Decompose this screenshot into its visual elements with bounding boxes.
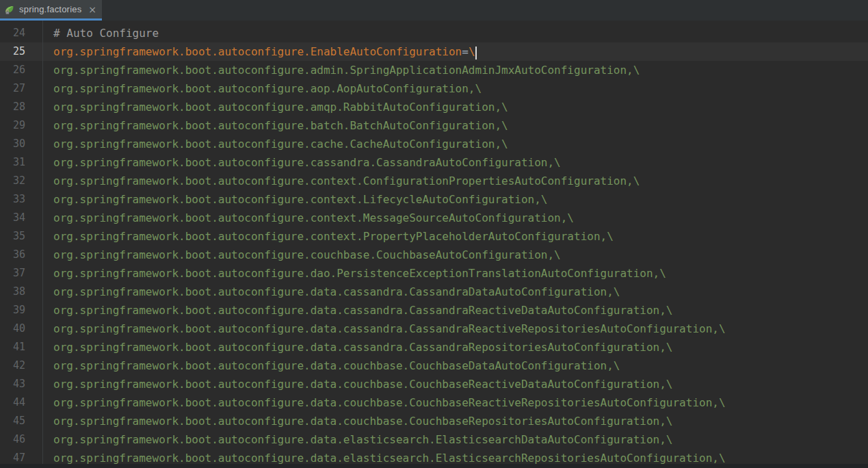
line-number: 39	[0, 301, 42, 320]
code-text: org.springframework.boot.autoconfigure.d…	[42, 301, 672, 320]
close-icon[interactable]: ×	[88, 5, 96, 14]
code-line: 34org.springframework.boot.autoconfigure…	[0, 209, 868, 227]
code-text: org.springframework.boot.autoconfigure.d…	[42, 320, 726, 338]
code-line: 42org.springframework.boot.autoconfigure…	[0, 356, 868, 375]
line-number: 32	[0, 172, 42, 190]
line-number: 46	[0, 430, 42, 449]
line-number: 43	[0, 375, 42, 393]
code-line: 30org.springframework.boot.autoconfigure…	[0, 135, 868, 153]
code-line: 41org.springframework.boot.autoconfigure…	[0, 338, 868, 356]
line-number: 24	[0, 24, 42, 42]
code-text: org.springframework.boot.autoconfigure.d…	[42, 338, 672, 356]
line-number: 38	[0, 283, 42, 301]
code-text: org.springframework.boot.autoconfigure.d…	[42, 264, 666, 283]
code-text: org.springframework.boot.autoconfigure.a…	[42, 61, 640, 79]
code-line: 37org.springframework.boot.autoconfigure…	[0, 264, 868, 283]
line-number: 45	[0, 412, 42, 430]
line-number: 35	[0, 227, 42, 246]
line-number: 28	[0, 98, 42, 116]
code-text: org.springframework.boot.autoconfigure.c…	[42, 135, 508, 153]
line-number: 31	[0, 153, 42, 172]
line-number: 30	[0, 135, 42, 153]
editor-tab-bar: spring.factories ×	[0, 0, 868, 21]
code-line: 38org.springframework.boot.autoconfigure…	[0, 283, 868, 301]
code-line: 45org.springframework.boot.autoconfigure…	[0, 412, 868, 430]
code-text: org.springframework.boot.autoconfigure.c…	[42, 227, 614, 246]
code-text: org.springframework.boot.autoconfigure.d…	[42, 430, 672, 449]
code-text: # Auto Configure	[42, 24, 159, 42]
line-number: 27	[0, 79, 42, 98]
code-text: org.springframework.boot.autoconfigure.c…	[42, 246, 561, 264]
code-line: 40org.springframework.boot.autoconfigure…	[0, 320, 868, 338]
line-number: 25	[0, 42, 42, 61]
code-editor[interactable]: 24# Auto Configure25org.springframework.…	[0, 21, 868, 468]
code-line: 25org.springframework.boot.autoconfigure…	[0, 42, 868, 61]
bottom-edge	[0, 464, 868, 468]
code-text: org.springframework.boot.autoconfigure.d…	[42, 412, 672, 430]
tab-spring-factories[interactable]: spring.factories ×	[0, 0, 102, 21]
code-line: 44org.springframework.boot.autoconfigure…	[0, 393, 868, 412]
line-number: 37	[0, 264, 42, 283]
code-text: org.springframework.boot.autoconfigure.c…	[42, 190, 547, 209]
line-number: 41	[0, 338, 42, 356]
line-number: 34	[0, 209, 42, 227]
code-text: org.springframework.boot.autoconfigure.E…	[42, 42, 477, 61]
code-line: 35org.springframework.boot.autoconfigure…	[0, 227, 868, 246]
code-line: 31org.springframework.boot.autoconfigure…	[0, 153, 868, 172]
tab-title: spring.factories	[19, 4, 81, 14]
line-number: 40	[0, 320, 42, 338]
line-number: 29	[0, 116, 42, 135]
line-number: 33	[0, 190, 42, 209]
code-line: 29org.springframework.boot.autoconfigure…	[0, 116, 868, 135]
code-text: org.springframework.boot.autoconfigure.a…	[42, 98, 508, 116]
code-text: org.springframework.boot.autoconfigure.c…	[42, 172, 640, 190]
code-text: org.springframework.boot.autoconfigure.d…	[42, 356, 620, 375]
code-text: org.springframework.boot.autoconfigure.b…	[42, 116, 508, 135]
code-text: org.springframework.boot.autoconfigure.c…	[42, 153, 561, 172]
spring-leaf-icon	[4, 4, 15, 15]
code-line: 32org.springframework.boot.autoconfigure…	[0, 172, 868, 190]
code-line: 39org.springframework.boot.autoconfigure…	[0, 301, 868, 320]
code-line: 36org.springframework.boot.autoconfigure…	[0, 246, 868, 264]
code-line: 27org.springframework.boot.autoconfigure…	[0, 79, 868, 98]
line-number: 26	[0, 61, 42, 79]
line-number: 42	[0, 356, 42, 375]
code-text: org.springframework.boot.autoconfigure.d…	[42, 283, 620, 301]
code-line: 46org.springframework.boot.autoconfigure…	[0, 430, 868, 449]
line-number: 44	[0, 393, 42, 412]
code-line: 33org.springframework.boot.autoconfigure…	[0, 190, 868, 209]
line-number: 36	[0, 246, 42, 264]
code-text: org.springframework.boot.autoconfigure.d…	[42, 393, 726, 412]
code-line: 43org.springframework.boot.autoconfigure…	[0, 375, 868, 393]
code-text: org.springframework.boot.autoconfigure.a…	[42, 79, 482, 98]
code-text: org.springframework.boot.autoconfigure.c…	[42, 209, 574, 227]
code-line: 24# Auto Configure	[0, 24, 868, 42]
code-line: 28org.springframework.boot.autoconfigure…	[0, 98, 868, 116]
code-line: 26org.springframework.boot.autoconfigure…	[0, 61, 868, 79]
text-caret	[475, 47, 477, 60]
code-text: org.springframework.boot.autoconfigure.d…	[42, 375, 672, 393]
